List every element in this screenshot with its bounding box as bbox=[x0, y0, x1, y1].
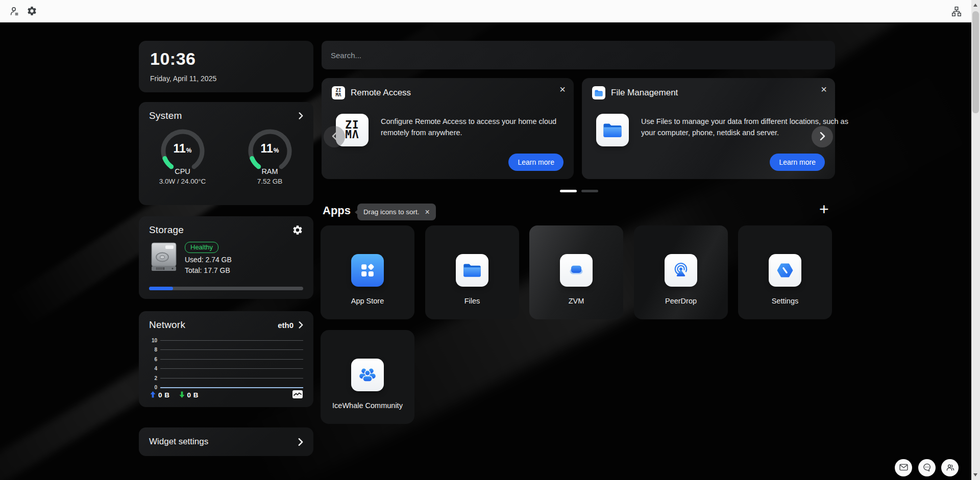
scroll-up-arrow-icon[interactable] bbox=[973, 4, 977, 7]
app-tile-label: ZVM bbox=[529, 297, 623, 305]
app-tile-label: Settings bbox=[738, 297, 832, 305]
carousel-dots bbox=[560, 190, 598, 192]
app-tile-peerdrop[interactable]: PeerDrop bbox=[634, 225, 728, 319]
tooltip-text: Drag icons to sort. bbox=[363, 208, 420, 216]
carousel-prev-button[interactable] bbox=[324, 126, 345, 147]
y-tick: 2 bbox=[149, 375, 160, 381]
network-interface: eth0 bbox=[278, 321, 293, 330]
system-widget-title: System bbox=[149, 110, 182, 121]
community-people-icon bbox=[351, 359, 384, 391]
storage-used: Used: 2.74 GB bbox=[185, 256, 232, 264]
app-tile-label: Files bbox=[425, 297, 519, 305]
app-tile-label: PeerDrop bbox=[634, 297, 728, 305]
chat-bubble-icon bbox=[923, 463, 932, 473]
network-widget: Network eth0 10 8 6 4 2 0 0 B bbox=[139, 311, 313, 407]
close-icon[interactable]: × bbox=[425, 208, 430, 216]
mail-icon bbox=[899, 464, 908, 472]
apps-heading: Apps bbox=[323, 204, 351, 217]
carousel-next-button[interactable] bbox=[812, 126, 833, 147]
y-tick: 10 bbox=[149, 338, 160, 343]
chevron-left-icon bbox=[332, 132, 337, 142]
close-icon[interactable]: × bbox=[559, 84, 566, 94]
y-tick: 6 bbox=[149, 357, 160, 362]
settings-hexagon-icon bbox=[769, 254, 801, 287]
zimaos-dashboard: 10:36 Friday, April 11, 2025 System 11% … bbox=[0, 0, 980, 480]
learn-more-button[interactable]: Learn more bbox=[770, 154, 825, 171]
ram-percent: 11 bbox=[261, 142, 273, 155]
add-app-button[interactable]: + bbox=[819, 201, 829, 217]
gear-icon bbox=[27, 6, 37, 18]
account-icon bbox=[9, 6, 20, 18]
page-scrollbar[interactable] bbox=[971, 0, 980, 480]
system-widget: System 11% CPU 3.0W / 24.00°C bbox=[139, 102, 313, 205]
peerdrop-icon bbox=[665, 254, 697, 287]
app-tile-files[interactable]: Files bbox=[425, 225, 519, 319]
chevron-right-icon[interactable] bbox=[299, 321, 303, 329]
close-icon[interactable]: × bbox=[821, 84, 827, 94]
promo-card-file-management: File Management × Use Files to manage yo… bbox=[582, 78, 835, 179]
cpu-gauge: 11% CPU 3.0W / 24.00°C bbox=[139, 127, 226, 185]
storage-progress-bar bbox=[149, 287, 303, 290]
clock-time: 10:36 bbox=[150, 49, 302, 69]
learn-more-button[interactable]: Learn more bbox=[508, 154, 564, 171]
folder-large-icon bbox=[596, 114, 629, 146]
hard-drive-icon bbox=[150, 242, 178, 274]
chevron-right-icon bbox=[298, 438, 303, 446]
app-store-icon bbox=[351, 254, 384, 287]
carousel-dot[interactable] bbox=[581, 190, 598, 192]
app-tile-app-store[interactable]: App Store bbox=[321, 225, 414, 319]
app-tile-zvm[interactable]: ZVM bbox=[529, 225, 623, 319]
chart-style-toggle-button[interactable] bbox=[292, 390, 303, 400]
clock-date: Friday, April 11, 2025 bbox=[150, 74, 302, 83]
files-icon bbox=[456, 254, 488, 287]
promo-card-remote-access: ZIMΛ Remote Access × ZIMΛ Configure Remo… bbox=[322, 78, 574, 179]
app-tile-label: IceWhale Community bbox=[321, 401, 414, 410]
app-tile-label: App Store bbox=[321, 297, 414, 305]
carousel-dot-active[interactable] bbox=[560, 190, 577, 192]
clock-widget: 10:36 Friday, April 11, 2025 bbox=[139, 41, 313, 92]
upload-stat: 0 B bbox=[150, 391, 170, 399]
chat-button[interactable] bbox=[918, 459, 936, 476]
chevron-right-icon[interactable] bbox=[299, 112, 303, 119]
chevron-right-icon bbox=[820, 132, 825, 142]
widget-settings-row[interactable]: Widget settings bbox=[139, 427, 313, 456]
network-topology-button[interactable] bbox=[950, 6, 963, 18]
cpu-percent: 11 bbox=[174, 142, 186, 155]
storage-widget-title: Storage bbox=[149, 224, 184, 236]
cpu-label: CPU bbox=[158, 167, 207, 175]
zero-data-line bbox=[160, 387, 303, 388]
search-input[interactable] bbox=[322, 41, 835, 69]
drag-sort-tooltip: Drag icons to sort. × bbox=[357, 204, 436, 220]
app-tile-settings[interactable]: Settings bbox=[738, 225, 832, 319]
line-chart-icon bbox=[292, 390, 303, 400]
app-tile-icewhale-community[interactable]: IceWhale Community bbox=[321, 330, 414, 424]
storage-widget: Storage bbox=[139, 216, 313, 299]
ram-label: RAM bbox=[246, 167, 295, 175]
y-tick: 8 bbox=[149, 347, 160, 352]
y-tick: 4 bbox=[149, 366, 160, 371]
browser-toolbar bbox=[0, 0, 980, 22]
scroll-down-arrow-icon[interactable] bbox=[973, 473, 977, 476]
widget-settings-label: Widget settings bbox=[149, 437, 208, 447]
feedback-mail-button[interactable] bbox=[895, 459, 912, 476]
settings-button[interactable] bbox=[26, 6, 38, 18]
account-button[interactable] bbox=[8, 6, 20, 18]
download-stat: 0 B bbox=[179, 391, 199, 399]
storage-health-badge: Healthy bbox=[185, 242, 218, 253]
download-arrow-icon bbox=[179, 391, 185, 399]
community-button[interactable] bbox=[941, 459, 959, 476]
storage-settings-gear-icon[interactable] bbox=[292, 224, 303, 236]
zima-logo-icon: ZIMΛ bbox=[332, 86, 345, 99]
ram-detail: 7.52 GB bbox=[257, 178, 283, 185]
network-widget-title: Network bbox=[149, 319, 185, 331]
folder-icon bbox=[592, 86, 605, 99]
people-icon bbox=[946, 463, 954, 473]
zvm-icon bbox=[560, 254, 593, 287]
promo-title: File Management bbox=[611, 88, 678, 98]
upload-arrow-icon bbox=[150, 391, 156, 399]
cpu-detail: 3.0W / 24.00°C bbox=[159, 178, 206, 185]
network-chart: 10 8 6 4 2 0 bbox=[149, 336, 303, 392]
scrollbar-thumb[interactable] bbox=[972, 11, 979, 113]
ram-gauge: 11% RAM 7.52 GB bbox=[226, 127, 313, 185]
storage-progress-fill bbox=[149, 287, 173, 290]
